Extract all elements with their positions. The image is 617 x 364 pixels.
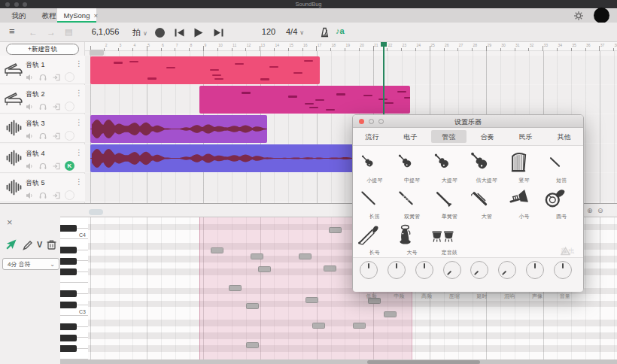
- audio-clip[interactable]: [90, 115, 267, 143]
- knob-dial[interactable]: [360, 261, 378, 279]
- instrument-flute[interactable]: 长笛: [356, 185, 394, 221]
- tab-my[interactable]: 我的: [3, 8, 35, 23]
- midi-note[interactable]: [246, 342, 259, 348]
- midi-note[interactable]: [312, 323, 325, 329]
- knob-压缩[interactable]: 压缩: [443, 260, 466, 292]
- black-key[interactable]: [60, 247, 77, 253]
- instrument-trombone[interactable]: 长号: [356, 221, 394, 257]
- track-menu-dots-icon[interactable]: ⋮: [75, 148, 83, 156]
- instrument-bassoon[interactable]: 大管: [468, 185, 506, 221]
- track-row[interactable]: 音轨 5⋮: [0, 174, 85, 202]
- midi-clip[interactable]: [90, 56, 320, 84]
- knob-声像[interactable]: 声像: [526, 260, 549, 292]
- track-row[interactable]: 音轨 3⋮: [0, 114, 85, 143]
- note-input-quantize-icon[interactable]: ♪a: [336, 26, 345, 35]
- instrument-harp[interactable]: 竖琴: [506, 149, 543, 185]
- track-row[interactable]: 音轨 1⋮: [0, 56, 85, 84]
- track-k-badge[interactable]: [65, 190, 74, 200]
- knob-dial[interactable]: [526, 261, 544, 279]
- instrument-oboe[interactable]: 双簧管: [394, 185, 431, 221]
- instrument-tab-1[interactable]: 流行: [354, 130, 390, 143]
- knob-dial[interactable]: [554, 261, 572, 279]
- black-key[interactable]: [60, 268, 77, 275]
- track-k-badge[interactable]: [65, 72, 74, 82]
- midi-clip[interactable]: [199, 86, 410, 114]
- knob-dial[interactable]: [443, 261, 461, 279]
- instrument-tab-2[interactable]: 电子: [393, 130, 428, 143]
- midi-note[interactable]: [229, 285, 242, 291]
- track-stack-icon[interactable]: ▤: [65, 27, 72, 37]
- knob-dial[interactable]: [470, 261, 488, 279]
- instrument-clarinet[interactable]: 单簧管: [430, 185, 468, 221]
- midi-note[interactable]: [258, 266, 271, 272]
- tab-mysong[interactable]: MySong×: [57, 8, 96, 23]
- note-value-dropdown[interactable]: 4分 音符 ⌄: [2, 258, 59, 270]
- close-piano-roll-icon[interactable]: ×: [7, 217, 13, 228]
- black-key[interactable]: [60, 323, 77, 330]
- redo-forward-icon[interactable]: →: [47, 27, 56, 38]
- dialog-titlebar[interactable]: 设置乐器: [353, 115, 583, 128]
- track-row[interactable]: 音轨 4⋮K: [0, 144, 85, 173]
- midi-note[interactable]: [251, 253, 263, 259]
- midi-note[interactable]: [384, 311, 397, 317]
- black-key[interactable]: [60, 302, 77, 308]
- beat-unit-dropdown[interactable]: 拍 ∨: [132, 27, 147, 38]
- instrument-tab-3[interactable]: 管弦: [431, 130, 467, 143]
- instrument-tuba[interactable]: 大号: [394, 221, 431, 257]
- black-key[interactable]: [60, 258, 77, 265]
- midi-note[interactable]: [211, 247, 223, 253]
- user-avatar[interactable]: [594, 8, 609, 23]
- instrument-horn[interactable]: 圆号: [543, 185, 580, 221]
- new-track-button[interactable]: +新建音轨: [6, 44, 79, 55]
- loop-marker[interactable]: [90, 50, 104, 56]
- instrument-tab-5[interactable]: 民乐: [508, 130, 543, 143]
- instrument-cello[interactable]: 大提琴: [430, 149, 468, 185]
- knob-音量[interactable]: 音量: [554, 260, 576, 292]
- black-key[interactable]: [60, 335, 77, 341]
- bottom-scrollbar[interactable]: [60, 359, 617, 364]
- track-k-badge[interactable]: [65, 131, 74, 141]
- menu-hamburger-icon[interactable]: ≡: [9, 26, 15, 37]
- knob-中频[interactable]: 中频: [388, 260, 410, 292]
- zoom-out-icon[interactable]: ⊖: [597, 207, 603, 214]
- knob-混响[interactable]: 混响: [498, 260, 521, 292]
- knob-延时[interactable]: 延时: [470, 260, 493, 292]
- zoom-in-icon[interactable]: ⊕: [587, 207, 593, 214]
- instrument-viola[interactable]: 中提琴: [394, 149, 431, 185]
- undo-back-icon[interactable]: ←: [29, 27, 38, 38]
- time-signature-dropdown[interactable]: 4/4 ∨: [286, 27, 304, 36]
- knob-dial[interactable]: [388, 261, 406, 279]
- instrument-piccolo[interactable]: 短笛: [543, 149, 580, 185]
- midi-note[interactable]: [353, 323, 366, 329]
- piano-keyboard[interactable]: C4C3: [60, 217, 88, 359]
- instrument-timpani[interactable]: 定音鼓: [430, 221, 468, 257]
- track-menu-dots-icon[interactable]: ⋮: [75, 118, 83, 126]
- track-menu-dots-icon[interactable]: ⋮: [75, 59, 83, 68]
- black-key[interactable]: [60, 225, 77, 232]
- track-row[interactable]: 音轨 2⋮: [0, 85, 85, 114]
- tempo-value[interactable]: 120: [259, 27, 278, 36]
- midi-note[interactable]: [305, 297, 318, 303]
- track-menu-dots-icon[interactable]: ⋮: [75, 177, 83, 186]
- piano-roll-hscroll-thumb[interactable]: [89, 209, 103, 215]
- black-key[interactable]: [60, 290, 77, 297]
- instrument-tab-6[interactable]: 其他: [546, 130, 582, 143]
- black-key[interactable]: [60, 345, 77, 352]
- close-tab-icon[interactable]: ×: [93, 8, 98, 23]
- instrument-violin[interactable]: 小提琴: [356, 149, 394, 185]
- midi-note[interactable]: [324, 265, 336, 271]
- track-menu-dots-icon[interactable]: ⋮: [75, 89, 83, 97]
- midi-note[interactable]: [246, 303, 259, 309]
- instrument-trumpet[interactable]: 小号: [506, 185, 543, 221]
- instrument-tab-4[interactable]: 合奏: [470, 130, 505, 143]
- knob-高频[interactable]: 高频: [415, 260, 438, 292]
- knob-低频[interactable]: 低频: [360, 260, 382, 292]
- timeline-ruler[interactable]: 2345678910111213141516171819202122232425…: [85, 42, 617, 51]
- midi-note[interactable]: [299, 253, 312, 259]
- midi-note[interactable]: [329, 227, 342, 233]
- record-button[interactable]: [155, 28, 165, 38]
- knob-dial[interactable]: [415, 261, 433, 279]
- instrument-contrabass[interactable]: 倍大提琴: [468, 149, 506, 185]
- bottom-scrollbar-thumb[interactable]: [367, 360, 480, 364]
- track-k-badge[interactable]: K: [65, 161, 74, 171]
